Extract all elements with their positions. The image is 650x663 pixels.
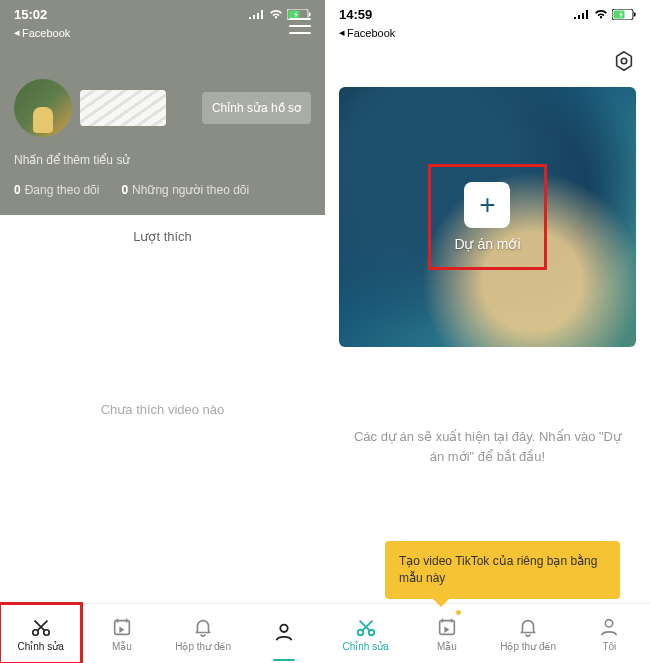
bell-icon bbox=[517, 616, 539, 638]
project-hero: + Dự án mới bbox=[339, 87, 636, 347]
back-caret-icon: ◂ bbox=[339, 26, 345, 39]
template-tooltip: Tạo video TikTok của riêng bạn bằng mẫu … bbox=[385, 541, 620, 599]
back-app-label: Facebook bbox=[22, 27, 70, 39]
svg-rect-5 bbox=[115, 620, 130, 634]
nav-template-label: Mẫu bbox=[112, 641, 132, 652]
nav-edit[interactable]: Chỉnh sửa bbox=[0, 604, 81, 663]
back-caret-icon: ◂ bbox=[14, 26, 20, 39]
template-icon bbox=[436, 616, 458, 638]
menu-icon[interactable] bbox=[289, 18, 311, 34]
svg-point-14 bbox=[606, 619, 613, 626]
signal-icon bbox=[574, 9, 590, 19]
plus-icon: + bbox=[464, 182, 510, 228]
followers-count: 0 bbox=[121, 183, 128, 197]
empty-likes-message: Chưa thích video nào bbox=[0, 402, 325, 417]
bio-hint[interactable]: Nhấn để thêm tiểu sử bbox=[0, 147, 325, 183]
nav-template-label: Mẫu bbox=[437, 641, 457, 652]
new-project-button[interactable]: + Dự án mới bbox=[428, 164, 546, 270]
nav-profile[interactable] bbox=[244, 604, 325, 663]
screen-profile: 15:02 ◂ Facebook Chỉnh sửa hồ sơ Nhấn để… bbox=[0, 0, 325, 663]
profile-icon bbox=[273, 621, 295, 643]
svg-rect-1 bbox=[289, 10, 300, 18]
nav-inbox-label: Hộp thư đến bbox=[175, 641, 231, 652]
bottom-nav: Chỉnh sửa Mẫu Hộp thư đến bbox=[0, 603, 325, 663]
svg-rect-2 bbox=[309, 12, 311, 16]
profile-header: 15:02 ◂ Facebook Chỉnh sửa hồ sơ Nhấn để… bbox=[0, 0, 325, 215]
nav-inbox[interactable]: Hộp thư đến bbox=[163, 604, 244, 663]
followers-label: Những người theo dõi bbox=[132, 183, 249, 197]
settings-icon[interactable] bbox=[612, 49, 636, 73]
nav-inbox[interactable]: Hộp thư đến bbox=[488, 604, 569, 663]
scissors-icon bbox=[355, 616, 377, 638]
status-icons bbox=[574, 9, 636, 20]
status-bar: 14:59 bbox=[325, 0, 650, 24]
nav-edit-label: Chỉnh sửa bbox=[343, 641, 389, 652]
nav-profile-label: Tôi bbox=[602, 641, 616, 652]
avatar[interactable] bbox=[14, 79, 72, 137]
battery-icon bbox=[612, 9, 636, 20]
template-icon bbox=[111, 616, 133, 638]
screen-editor: 14:59 ◂ Facebook + Dự án mới Các dự án s… bbox=[325, 0, 650, 663]
status-bar: 15:02 bbox=[0, 0, 325, 24]
nav-template[interactable]: Mẫu bbox=[406, 604, 487, 663]
active-indicator bbox=[273, 659, 295, 661]
scissors-icon bbox=[30, 616, 52, 638]
svg-rect-8 bbox=[614, 10, 625, 18]
following-label: Đang theo dõi bbox=[25, 183, 100, 197]
nav-template[interactable]: Mẫu bbox=[81, 604, 162, 663]
following-stat[interactable]: 0Đang theo dõi bbox=[14, 183, 99, 197]
followers-stat[interactable]: 0Những người theo dõi bbox=[121, 183, 249, 197]
profile-row: Chỉnh sửa hồ sơ bbox=[0, 41, 325, 147]
bottom-nav: Chỉnh sửa Mẫu Hộp thư đến Tôi bbox=[325, 603, 650, 663]
projects-hint: Các dự án sẽ xuất hiện tại đây. Nhấn vào… bbox=[325, 427, 650, 466]
edit-profile-button[interactable]: Chỉnh sửa hồ sơ bbox=[202, 92, 311, 124]
status-time: 14:59 bbox=[339, 7, 372, 22]
back-to-app[interactable]: ◂ Facebook bbox=[0, 24, 325, 41]
stats-row: 0Đang theo dõi 0Những người theo dõi bbox=[0, 183, 325, 203]
nav-edit-label: Chỉnh sửa bbox=[18, 641, 64, 652]
signal-icon bbox=[249, 9, 265, 19]
likes-tab[interactable]: Lượt thích bbox=[0, 215, 325, 252]
notification-dot bbox=[456, 610, 461, 615]
bell-icon bbox=[192, 616, 214, 638]
svg-point-6 bbox=[281, 625, 288, 632]
nav-profile[interactable]: Tôi bbox=[569, 604, 650, 663]
back-to-app[interactable]: ◂ Facebook bbox=[325, 24, 650, 41]
svg-point-10 bbox=[621, 58, 627, 64]
wifi-icon bbox=[594, 9, 608, 19]
editor-header bbox=[325, 41, 650, 81]
following-count: 0 bbox=[14, 183, 21, 197]
wifi-icon bbox=[269, 9, 283, 19]
nav-edit[interactable]: Chỉnh sửa bbox=[325, 604, 406, 663]
user-name-card bbox=[80, 90, 166, 126]
profile-icon bbox=[598, 616, 620, 638]
back-app-label: Facebook bbox=[347, 27, 395, 39]
new-project-label: Dự án mới bbox=[454, 236, 520, 252]
nav-inbox-label: Hộp thư đến bbox=[500, 641, 556, 652]
status-time: 15:02 bbox=[14, 7, 47, 22]
svg-rect-13 bbox=[440, 620, 455, 634]
svg-rect-9 bbox=[634, 12, 636, 16]
